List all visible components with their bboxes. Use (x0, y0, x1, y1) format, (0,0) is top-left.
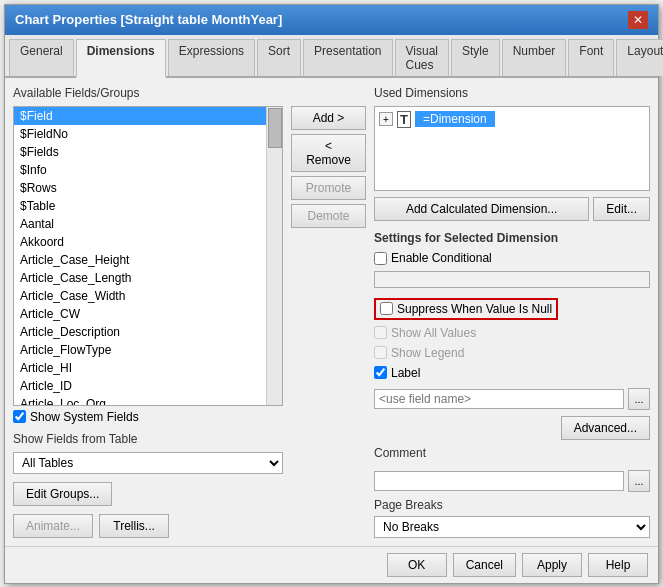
show-legend-label: Show Legend (391, 346, 464, 360)
settings-section-label: Settings for Selected Dimension (374, 231, 650, 245)
edit-button[interactable]: Edit... (593, 197, 650, 221)
dimension-name[interactable]: =Dimension (415, 111, 495, 127)
list-item[interactable]: Article_Case_Width (14, 287, 266, 305)
list-item[interactable]: Article_HI (14, 359, 266, 377)
show-system-fields-label: Show System Fields (30, 410, 139, 424)
trellis-button[interactable]: Trellis... (99, 514, 169, 538)
scrollbar[interactable] (266, 107, 282, 405)
used-dimensions-container[interactable]: + T =Dimension (374, 106, 650, 192)
enable-conditional-checkbox[interactable] (374, 252, 387, 265)
scrollbar-thumb[interactable] (268, 108, 282, 148)
suppress-null-label: Suppress When Value Is Null (397, 302, 552, 316)
suppress-null-container: Suppress When Value Is Null (374, 298, 650, 320)
dimension-row: + T =Dimension (379, 111, 645, 128)
fields-list[interactable]: $Field $FieldNo $Fields $Info $Rows $Tab… (14, 107, 266, 405)
tab-sort[interactable]: Sort (257, 39, 301, 76)
dimension-type-icon: T (397, 111, 411, 128)
list-item[interactable]: Article_ID (14, 377, 266, 395)
page-breaks-select[interactable]: No Breaks Conditional Breaks Page Break … (374, 516, 650, 538)
list-item[interactable]: Aantal (14, 215, 266, 233)
page-breaks-section: Page Breaks No Breaks Conditional Breaks… (374, 498, 650, 538)
page-breaks-label: Page Breaks (374, 498, 650, 512)
comment-browse-button[interactable]: ... (628, 470, 650, 492)
promote-button[interactable]: Promote (291, 176, 366, 200)
comment-input[interactable] (374, 471, 624, 491)
apply-button[interactable]: Apply (522, 553, 582, 577)
show-fields-select[interactable]: All Tables Table1 Table2 (13, 452, 283, 474)
conditional-input[interactable] (374, 271, 650, 287)
edit-groups-button[interactable]: Edit Groups... (13, 482, 112, 506)
advanced-button[interactable]: Advanced... (561, 416, 650, 440)
list-item[interactable]: Article_Case_Height (14, 251, 266, 269)
list-item[interactable]: $Fields (14, 143, 266, 161)
show-fields-select-container: All Tables Table1 Table2 (13, 452, 283, 474)
show-legend-row: Show Legend (374, 346, 650, 360)
list-item[interactable]: $FieldNo (14, 125, 266, 143)
center-buttons: Add > < Remove Promote Demote (291, 86, 366, 538)
label-checkbox[interactable] (374, 366, 387, 379)
cancel-button[interactable]: Cancel (453, 553, 516, 577)
bottom-buttons: Edit Groups... (13, 482, 283, 506)
used-dimensions-label: Used Dimensions (374, 86, 650, 100)
title-bar: Chart Properties [Straight table MonthYe… (5, 5, 658, 35)
add-button[interactable]: Add > (291, 106, 366, 130)
advanced-row: Advanced... (374, 416, 650, 440)
list-item[interactable]: Article_CW (14, 305, 266, 323)
list-item[interactable]: Article_Loc_Org (14, 395, 266, 405)
show-all-values-checkbox[interactable] (374, 326, 387, 339)
tab-general[interactable]: General (9, 39, 74, 76)
label-label: Label (391, 366, 420, 380)
add-calc-dim-button[interactable]: Add Calculated Dimension... (374, 197, 589, 221)
dialog-title: Chart Properties [Straight table MonthYe… (15, 12, 282, 27)
main-content: Available Fields/Groups $Field $FieldNo … (5, 78, 658, 546)
show-system-fields-checkbox[interactable] (13, 410, 26, 423)
tab-presentation[interactable]: Presentation (303, 39, 392, 76)
available-fields-label: Available Fields/Groups (13, 86, 283, 100)
show-system-fields-row: Show System Fields (13, 410, 283, 424)
tab-number[interactable]: Number (502, 39, 567, 76)
add-calc-row: Add Calculated Dimension... Edit... (374, 197, 650, 221)
suppress-null-checkbox[interactable] (380, 302, 393, 315)
list-item[interactable]: Akkoord (14, 233, 266, 251)
list-item[interactable]: Article_Case_Length (14, 269, 266, 287)
ok-button[interactable]: OK (387, 553, 447, 577)
label-input-row: ... (374, 388, 650, 410)
label-input[interactable] (374, 389, 624, 409)
help-button[interactable]: Help (588, 553, 648, 577)
list-item[interactable]: $Rows (14, 179, 266, 197)
enable-conditional-row: Enable Conditional (374, 251, 650, 265)
list-item[interactable]: Article_Description (14, 323, 266, 341)
list-item[interactable]: $Field (14, 107, 266, 125)
show-legend-checkbox[interactable] (374, 346, 387, 359)
show-all-values-row: Show All Values (374, 326, 650, 340)
tab-style[interactable]: Style (451, 39, 500, 76)
tab-font[interactable]: Font (568, 39, 614, 76)
tab-layout[interactable]: Layout (616, 39, 663, 76)
tab-expressions[interactable]: Expressions (168, 39, 255, 76)
enable-conditional-label: Enable Conditional (391, 251, 492, 265)
expand-button[interactable]: + (379, 112, 393, 126)
label-browse-button[interactable]: ... (628, 388, 650, 410)
animate-trellis-buttons: Animate... Trellis... (13, 514, 283, 538)
list-item[interactable]: $Info (14, 161, 266, 179)
left-panel: Available Fields/Groups $Field $FieldNo … (13, 86, 283, 538)
chart-properties-dialog: Chart Properties [Straight table MonthYe… (4, 4, 659, 584)
close-button[interactable]: ✕ (628, 11, 648, 29)
tab-dimensions[interactable]: Dimensions (76, 39, 166, 78)
remove-button[interactable]: < Remove (291, 134, 366, 172)
right-panel: Used Dimensions + T =Dimension Add Calcu… (374, 86, 650, 538)
suppress-null-box: Suppress When Value Is Null (374, 298, 558, 320)
tab-visual-cues[interactable]: Visual Cues (395, 39, 449, 76)
tab-bar: General Dimensions Expressions Sort Pres… (5, 35, 658, 78)
footer: OK Cancel Apply Help (5, 546, 658, 583)
fields-list-container: $Field $FieldNo $Fields $Info $Rows $Tab… (13, 106, 283, 406)
animate-button[interactable]: Animate... (13, 514, 93, 538)
list-item[interactable]: Article_FlowType (14, 341, 266, 359)
demote-button[interactable]: Demote (291, 204, 366, 228)
comment-label: Comment (374, 446, 650, 460)
show-all-values-label: Show All Values (391, 326, 476, 340)
label-row: Label (374, 366, 650, 380)
comment-input-row: ... (374, 470, 650, 492)
list-item[interactable]: $Table (14, 197, 266, 215)
show-fields-label: Show Fields from Table (13, 432, 283, 446)
